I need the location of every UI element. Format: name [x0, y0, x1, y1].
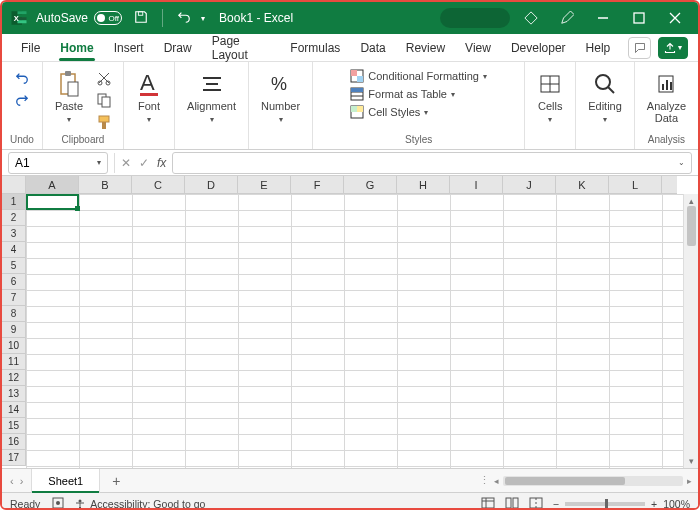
editing-group-button[interactable]: Editing▾ — [584, 68, 626, 127]
svg-text:A: A — [140, 70, 155, 95]
zoom-out-icon[interactable]: − — [553, 498, 559, 510]
svg-rect-30 — [351, 88, 363, 92]
ribbon-tabs: File Home Insert Draw Page Layout Formul… — [2, 34, 698, 62]
sheet-tab-bar: ‹› Sheet1 + ⋮◂▸ — [2, 468, 698, 492]
copy-button[interactable] — [93, 90, 115, 110]
conditional-formatting-button[interactable]: Conditional Formatting ▾ — [348, 68, 489, 84]
cell-grid[interactable] — [26, 194, 683, 468]
pen-icon[interactable] — [552, 2, 582, 34]
svg-rect-3 — [18, 17, 27, 20]
page-layout-view-icon[interactable] — [505, 497, 519, 511]
tab-page-layout[interactable]: Page Layout — [203, 34, 280, 62]
save-button[interactable] — [134, 10, 148, 27]
status-ready: Ready — [10, 498, 40, 510]
formula-bar-row: A1▾ ✕ ✓ fx ⌄ — [2, 150, 698, 176]
diamond-icon[interactable] — [516, 2, 546, 34]
svg-text:X: X — [14, 14, 19, 23]
accessibility-status[interactable]: Accessibility: Good to go — [74, 498, 205, 510]
sheet-next-icon[interactable]: › — [20, 475, 24, 487]
tab-data[interactable]: Data — [351, 34, 394, 62]
formula-bar[interactable]: ⌄ — [172, 152, 692, 174]
ribbon: Undo Paste▾ Clipboard A Font▾ — [2, 62, 698, 150]
svg-rect-50 — [513, 498, 518, 508]
zoom-in-icon[interactable]: + — [651, 498, 657, 510]
close-button[interactable] — [660, 2, 690, 34]
svg-rect-15 — [102, 97, 110, 107]
svg-rect-11 — [68, 82, 78, 96]
tab-draw[interactable]: Draw — [155, 34, 201, 62]
svg-line-38 — [608, 87, 614, 93]
svg-rect-1 — [18, 11, 27, 14]
svg-rect-4 — [18, 20, 27, 23]
svg-rect-41 — [666, 80, 668, 90]
svg-rect-2 — [18, 14, 27, 17]
tab-insert[interactable]: Insert — [105, 34, 153, 62]
sheet-tab[interactable]: Sheet1 — [31, 469, 100, 493]
autosave-toggle[interactable]: AutoSave Off — [36, 11, 122, 25]
group-clipboard-label: Clipboard — [62, 134, 105, 148]
svg-rect-42 — [670, 82, 672, 90]
svg-point-44 — [56, 501, 60, 505]
column-headers[interactable]: A B C D E F G H I J K L — [26, 176, 662, 194]
fx-icon[interactable]: fx — [157, 156, 166, 170]
comments-button[interactable] — [628, 37, 651, 59]
svg-rect-26 — [357, 76, 363, 82]
title-bar: X AutoSave Off ▾ Book1 - Excel — [2, 2, 698, 34]
minimize-button[interactable] — [588, 2, 618, 34]
account-area[interactable] — [440, 8, 510, 28]
undo-button[interactable] — [11, 68, 33, 88]
undo-qat-button[interactable] — [177, 10, 191, 27]
tab-review[interactable]: Review — [397, 34, 454, 62]
zoom-slider[interactable] — [565, 502, 645, 506]
horizontal-scrollbar[interactable]: ⋮◂▸ — [132, 474, 698, 487]
redo-button[interactable] — [11, 90, 33, 110]
tab-developer[interactable]: Developer — [502, 34, 575, 62]
macro-record-icon[interactable] — [52, 497, 64, 511]
share-button[interactable]: ▾ — [658, 37, 688, 59]
select-all-corner[interactable] — [2, 176, 26, 194]
svg-point-45 — [79, 499, 82, 502]
svg-rect-40 — [662, 84, 664, 90]
svg-rect-46 — [482, 498, 494, 508]
tab-help[interactable]: Help — [577, 34, 620, 62]
zoom-level[interactable]: 100% — [663, 498, 690, 510]
tab-view[interactable]: View — [456, 34, 500, 62]
svg-rect-19 — [140, 93, 158, 96]
cell-styles-button[interactable]: Cell Styles ▾ — [348, 104, 489, 120]
vertical-scrollbar[interactable]: ▴▾ — [683, 194, 698, 468]
svg-rect-49 — [506, 498, 511, 508]
format-painter-button[interactable] — [93, 112, 115, 132]
analyze-data-button[interactable]: AnalyzeData — [643, 68, 690, 126]
paste-button[interactable]: Paste▾ — [51, 68, 87, 127]
active-cell[interactable] — [26, 194, 79, 210]
alignment-group-button[interactable]: Alignment▾ — [183, 68, 240, 127]
cells-group-button[interactable]: Cells▾ — [533, 68, 567, 127]
sheet-prev-icon[interactable]: ‹ — [10, 475, 14, 487]
tab-home[interactable]: Home — [51, 34, 102, 62]
group-undo-label: Undo — [10, 134, 34, 148]
maximize-button[interactable] — [624, 2, 654, 34]
tab-formulas[interactable]: Formulas — [281, 34, 349, 62]
new-sheet-button[interactable]: + — [100, 473, 132, 489]
zoom-controls[interactable]: − + 100% — [553, 498, 690, 510]
enter-formula-icon[interactable]: ✓ — [139, 156, 149, 170]
svg-rect-10 — [65, 71, 71, 76]
format-as-table-button[interactable]: Format as Table ▾ — [348, 86, 489, 102]
cut-button[interactable] — [93, 68, 115, 88]
normal-view-icon[interactable] — [481, 497, 495, 511]
svg-rect-25 — [351, 70, 357, 76]
svg-rect-8 — [634, 13, 644, 23]
font-group-button[interactable]: A Font▾ — [132, 68, 166, 127]
group-analysis-label: Analysis — [648, 134, 685, 148]
svg-rect-33 — [357, 106, 363, 112]
page-break-view-icon[interactable] — [529, 497, 543, 511]
row-headers[interactable]: 1 2 3 4 5 6 7 8 9 10 11 12 13 14 15 16 1… — [2, 194, 26, 468]
excel-icon: X — [10, 9, 28, 27]
svg-text:%: % — [271, 74, 287, 94]
autosave-label: AutoSave — [36, 11, 88, 25]
number-group-button[interactable]: % Number▾ — [257, 68, 304, 127]
tab-file[interactable]: File — [12, 34, 49, 62]
group-styles-label: Styles — [405, 134, 432, 148]
cancel-formula-icon[interactable]: ✕ — [121, 156, 131, 170]
name-box[interactable]: A1▾ — [8, 152, 108, 174]
